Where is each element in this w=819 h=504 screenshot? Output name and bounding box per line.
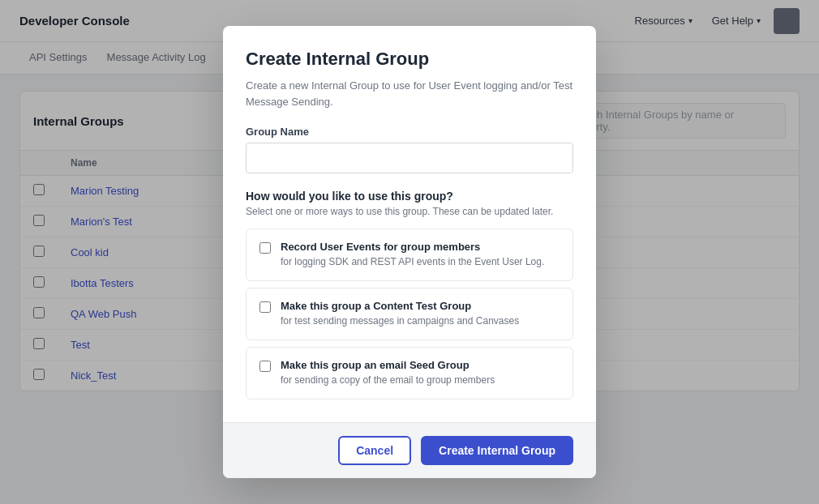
- how-to-use-title: How would you like to use this group?: [246, 190, 573, 203]
- option-desc-1: for test sending messages in campaigns a…: [281, 314, 519, 328]
- option-text-2: Make this group an email Seed Groupfor s…: [281, 359, 495, 387]
- group-name-input[interactable]: [246, 143, 573, 173]
- option-title-0: Record User Events for group members: [281, 241, 544, 253]
- option-title-1: Make this group a Content Test Group: [281, 300, 519, 312]
- option-desc-2: for sending a copy of the email to group…: [281, 374, 495, 387]
- modal: Create Internal Group Create a new Inter…: [223, 26, 596, 477]
- option-desc-0: for logging SDK and REST API events in t…: [281, 255, 544, 269]
- modal-body: Create Internal Group Create a new Inter…: [223, 26, 596, 421]
- option-card-1[interactable]: Make this group a Content Test Groupfor …: [246, 288, 573, 340]
- create-internal-group-button[interactable]: Create Internal Group: [421, 436, 573, 465]
- option-text-1: Make this group a Content Test Groupfor …: [281, 300, 519, 328]
- modal-overlay[interactable]: Create Internal Group Create a new Inter…: [0, 0, 819, 504]
- option-card-2[interactable]: Make this group an email Seed Groupfor s…: [246, 347, 573, 399]
- how-to-use-subtitle: Select one or more ways to use this grou…: [246, 206, 573, 217]
- modal-subtitle: Create a new Internal Group to use for U…: [246, 78, 573, 109]
- modal-footer: Cancel Create Internal Group: [223, 422, 596, 478]
- option-checkbox-1[interactable]: [259, 301, 271, 313]
- modal-title: Create Internal Group: [246, 49, 573, 70]
- group-name-label: Group Name: [246, 126, 573, 138]
- option-title-2: Make this group an email Seed Group: [281, 359, 495, 371]
- option-checkbox-0[interactable]: [259, 242, 271, 254]
- group-name-field: Group Name: [246, 126, 573, 173]
- option-card-0[interactable]: Record User Events for group membersfor …: [246, 229, 573, 281]
- option-checkbox-2[interactable]: [259, 361, 271, 372]
- cancel-button[interactable]: Cancel: [338, 436, 411, 465]
- option-text-0: Record User Events for group membersfor …: [281, 241, 544, 269]
